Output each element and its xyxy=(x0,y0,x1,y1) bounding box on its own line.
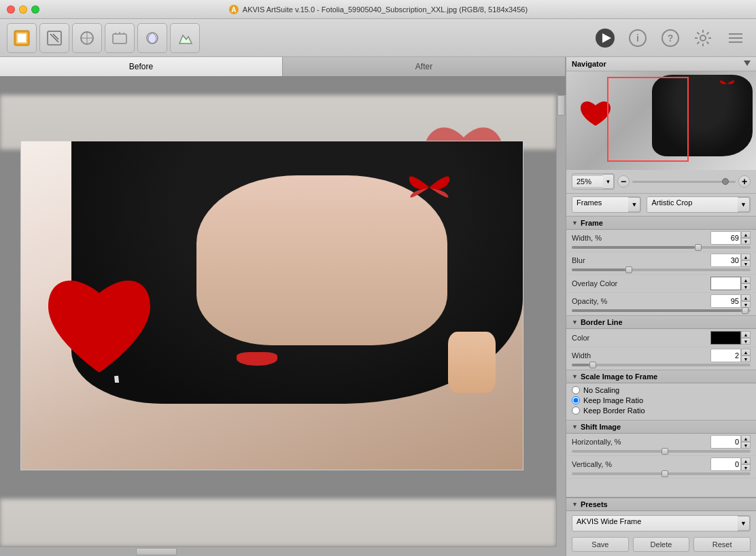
border-color-down[interactable]: ▼ xyxy=(741,338,751,345)
opacity-input[interactable] xyxy=(710,294,741,308)
zoom-in-button[interactable]: + xyxy=(738,175,751,188)
preset-dropdown-btn[interactable]: ▼ xyxy=(738,516,750,531)
overlay-color-row: Overlay Color ▲ ▼ xyxy=(566,275,756,293)
scale-keep-border-row: Keep Border Ratio xyxy=(572,406,751,415)
border-width-slider[interactable] xyxy=(572,364,751,366)
svg-text:A: A xyxy=(231,6,236,14)
delete-preset-button[interactable]: Delete xyxy=(633,537,690,552)
blur-thumb[interactable] xyxy=(625,266,632,273)
vertical-slider[interactable] xyxy=(572,472,751,475)
maximize-button[interactable] xyxy=(31,5,39,14)
border-width-down[interactable]: ▼ xyxy=(741,355,751,362)
scrollbar-horizontal-thumb[interactable] xyxy=(136,548,177,555)
horizontal-thumb[interactable] xyxy=(662,448,668,455)
tool-second[interactable] xyxy=(39,23,69,53)
svg-rect-16 xyxy=(729,33,742,35)
app-icon: A xyxy=(228,4,239,15)
scale-no-scaling-radio[interactable] xyxy=(572,386,580,394)
minimize-button[interactable] xyxy=(19,5,27,14)
hand xyxy=(448,332,496,393)
tool-frames[interactable] xyxy=(7,23,37,53)
blur-control: ▲ ▼ xyxy=(710,254,751,267)
vertical-down[interactable]: ▼ xyxy=(741,464,751,471)
tool-fourth[interactable] xyxy=(105,23,135,53)
frame-width-input[interactable] xyxy=(710,231,741,245)
close-button[interactable] xyxy=(7,5,15,14)
scrollbar-vertical[interactable] xyxy=(556,95,566,546)
nav-butterfly xyxy=(719,77,736,90)
scale-keep-border-radio[interactable] xyxy=(572,406,580,415)
info-button[interactable]: i xyxy=(624,24,651,52)
navigator-toggle-icon[interactable] xyxy=(744,60,751,67)
opacity-slider[interactable] xyxy=(572,309,751,312)
frame-width-control: ▲ ▼ xyxy=(710,231,751,245)
border-color-swatch[interactable] xyxy=(710,331,741,345)
run-button[interactable] xyxy=(591,24,619,52)
type-dropdown-btn[interactable]: ▼ xyxy=(738,197,750,212)
vertical-up[interactable]: ▲ xyxy=(741,457,751,464)
horizontal-up[interactable]: ▲ xyxy=(741,435,751,442)
canvas-area[interactable] xyxy=(0,76,566,556)
border-width-up[interactable]: ▲ xyxy=(741,349,751,355)
navigator-preview[interactable] xyxy=(566,71,756,170)
category-value[interactable]: Frames xyxy=(572,197,628,212)
scrollbar-horizontal[interactable] xyxy=(0,546,556,556)
svg-rect-7 xyxy=(113,34,126,44)
scale-section-arrow: ▼ xyxy=(572,373,578,380)
vertical-input[interactable] xyxy=(710,457,741,471)
zoom-value[interactable]: 25% xyxy=(572,176,603,187)
horizontal-down[interactable]: ▼ xyxy=(741,442,751,449)
tool-fifth[interactable] xyxy=(137,23,167,53)
settings-button[interactable] xyxy=(689,24,717,52)
presets-title: Presets xyxy=(581,500,608,508)
zoom-dropdown-btn[interactable]: ▼ xyxy=(603,174,614,189)
opacity-up[interactable]: ▲ xyxy=(741,294,751,301)
save-preset-button[interactable]: Save xyxy=(572,537,629,552)
overlay-color-swatch[interactable] xyxy=(710,277,741,290)
border-color-row: Color ▲ ▼ xyxy=(566,329,756,347)
frame-section-arrow: ▼ xyxy=(572,220,578,226)
tool-sixth[interactable] xyxy=(170,23,200,53)
image-content xyxy=(21,141,523,470)
frame-width-thumb[interactable] xyxy=(695,244,702,251)
zoom-out-button[interactable]: − xyxy=(617,175,630,188)
reset-preset-button[interactable]: Reset xyxy=(693,537,751,552)
opacity-thumb[interactable] xyxy=(742,307,749,314)
scrollbar-vertical-thumb[interactable] xyxy=(557,95,565,116)
category-dropdown-btn[interactable]: ▼ xyxy=(628,197,640,212)
border-color-up[interactable]: ▲ xyxy=(741,331,751,338)
blur-up[interactable]: ▲ xyxy=(741,254,751,260)
zoom-controls: 25% ▼ − + xyxy=(566,170,756,194)
border-width-input[interactable] xyxy=(710,349,741,362)
frame-width-up[interactable]: ▲ xyxy=(741,231,751,238)
tab-after[interactable]: After xyxy=(283,57,566,76)
zoom-slider[interactable] xyxy=(632,181,736,183)
blur-slider[interactable] xyxy=(572,268,751,271)
panel-button[interactable] xyxy=(722,24,749,52)
type-value[interactable]: Artistic Crop xyxy=(647,197,738,212)
frame-width-slider[interactable] xyxy=(572,246,751,249)
nav-selection-rect[interactable] xyxy=(607,77,689,162)
window-controls[interactable] xyxy=(7,5,39,14)
tool-third[interactable] xyxy=(72,23,102,53)
svg-point-15 xyxy=(700,35,706,41)
border-width-thumb[interactable] xyxy=(589,362,596,368)
overlay-color-up[interactable]: ▲ xyxy=(741,277,751,283)
blur-down[interactable]: ▼ xyxy=(741,260,751,267)
shift-section-arrow: ▼ xyxy=(572,423,578,430)
navigator-title: Navigator xyxy=(572,60,606,68)
scale-no-scaling-row: No Scaling xyxy=(572,386,751,394)
overlay-color-stepper: ▲ ▼ xyxy=(741,277,751,290)
preset-value[interactable]: AKVIS Wide Frame xyxy=(572,516,738,531)
overlay-color-down[interactable]: ▼ xyxy=(741,283,751,290)
window-title: A AKVIS ArtSuite v.15.0 - Fotolia_599050… xyxy=(228,4,528,15)
blur-input[interactable] xyxy=(710,254,741,267)
blur-stepper: ▲ ▼ xyxy=(741,254,751,267)
scale-keep-image-radio[interactable] xyxy=(572,396,580,404)
horizontal-input[interactable] xyxy=(710,435,741,449)
tab-before[interactable]: Before xyxy=(0,57,283,76)
help-button[interactable]: ? xyxy=(657,24,684,52)
frame-width-down[interactable]: ▼ xyxy=(741,238,751,245)
vertical-thumb[interactable] xyxy=(662,470,668,477)
horizontal-slider[interactable] xyxy=(572,450,751,453)
